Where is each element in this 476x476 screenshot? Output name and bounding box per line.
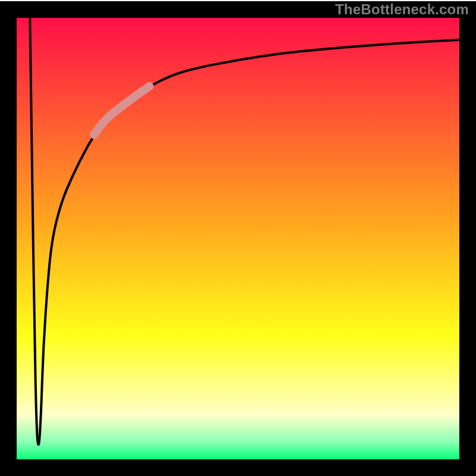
- chart-container: TheBottleneck.com: [0, 0, 476, 476]
- watermark-label: TheBottleneck.com: [335, 1, 469, 18]
- gradient-background: [17, 18, 459, 459]
- bottleneck-chart: [0, 0, 476, 476]
